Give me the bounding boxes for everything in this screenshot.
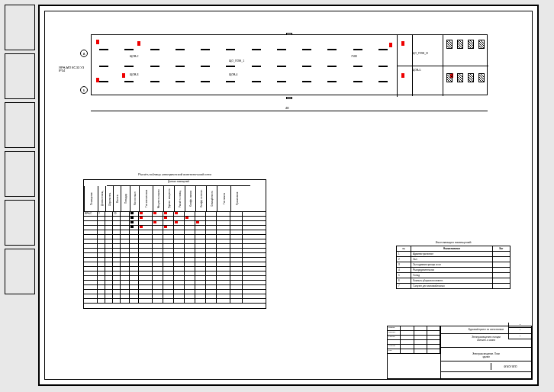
emergency-light-icon [137,41,140,46]
emergency-light-icon [96,78,99,82]
schedule-col-header: Высота [113,186,121,211]
panel-label: ЩОВ-2 [130,55,138,58]
sheet-name: Электроосвещение. План здания [472,352,500,358]
schedule-col-header: Помещение [84,186,98,211]
emergency-light-icon [122,73,125,78]
explication-row: 3Зал администратора и кат [397,262,511,268]
explication-row: 1Административное [397,252,511,257]
lighting-schedule-table: Расчёт-таблица электрической осветительн… [83,179,266,309]
schedule-col-header: Коэфф. запаса [185,186,195,211]
explication-row: 5Склад [397,273,511,278]
schedule-col-header: Ширина пом. [105,186,113,211]
schedule-col-header: Коэфф. использ. [195,186,206,211]
sheet-total: 1 [509,334,531,339]
titleblock-role-row: Утв. [388,349,440,354]
binding-margin [5,5,35,386]
stage: У [509,323,531,328]
axis-bubble: Б [80,86,88,94]
schedule-col-header: Удельн. мощность [163,186,174,211]
schedule-col-header: Длина помещ. [98,186,105,211]
explication-table: №НаименованиеКат1Административное2Зал3За… [396,246,511,289]
schedule-col-header: Освещённость [206,186,217,211]
axis-bubble: A [80,50,88,57]
schedule-col-header: Тип лампы [217,186,230,211]
light-fixture-row [99,81,388,82]
emergency-light-icon [389,43,392,47]
schedule-col-header: Площадь [121,186,130,211]
schedule-superhead: Данные помещений [107,180,250,186]
sheet-meta: У 1 1 [508,323,531,339]
panel-label: ЩОВ-3 [130,73,138,76]
panel-label: ЩОВ-4 [229,73,237,76]
organization: ФГБОУ ВПО [491,363,530,370]
explication-row: 2Зал [397,257,511,262]
floor-plan: ЩОВ-2 ЩО_ПОЖ_1 ЩОВ-3 ЩОВ-4 ЩО_ПОЖ_Н ЩОВ-… [91,34,488,95]
panel-callout: ЯРН-МО 8СЗЗ УЗ IP54 [59,66,89,73]
schedule-col-header: Примечание [230,186,243,211]
title-block: Разраб.Провер.Т.контрН.контрУтв. Курсово… [387,326,532,379]
schedule-title: Расчёт-таблица электрической осветительн… [84,172,266,176]
light-fixture-row [99,66,388,67]
explication-row: 6Комната уборочного инвент. [397,278,511,284]
emergency-light-icon [96,40,99,44]
light-fixture-row [99,49,388,50]
explication-row: 7Санузел для маломобильных [397,284,511,289]
dimension-line [91,111,488,111]
sheet-number: 1 [509,328,531,333]
schedule-row [84,299,266,304]
dimension-value: 48 [285,106,288,110]
schedule-col-header: Тип светильника [139,186,153,211]
dim-value: 7500 [351,55,357,58]
drawing-frame: ЩОВ-2 ЩО_ПОЖ_1 ЩОВ-3 ЩОВ-4 ЩО_ПОЖ_Н ЩОВ-… [38,5,539,386]
explication-title: Экспликация помещений [396,240,511,244]
schedule-col-header: Мощность лампы [153,186,163,211]
room-explication: Экспликация помещений №НаименованиеКат1А… [396,240,511,294]
schedule-col-header: Расчётн. освещ. [174,186,185,211]
panel-label: ЩО_ПОЖ_1 [229,59,244,63]
explication-row: 4Распределительная [397,268,511,273]
schedule-col-header: Кол-во ламп [130,186,139,211]
